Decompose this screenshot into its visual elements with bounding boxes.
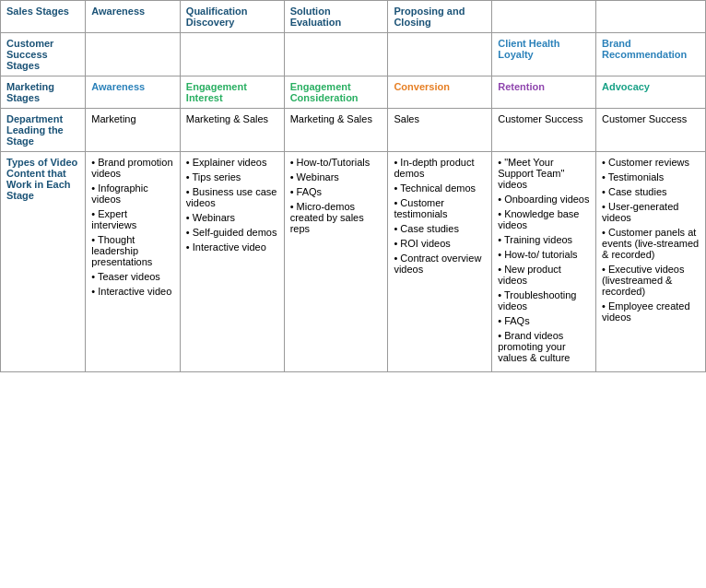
marketing-retention: Retention [492,76,596,109]
list-item: Brand promotion videos [91,157,174,179]
list-item: Interactive video [186,241,278,253]
list-item: Troubleshooting videos [498,289,590,312]
list-item: Thought leadership presentations [91,234,174,267]
list-item: Employee created videos [602,300,700,323]
video-qualification: Explainer videosTips seriesBusiness use … [180,152,284,372]
video-awareness-list: Brand promotion videosInfographic videos… [91,157,174,297]
list-item: Customer panels at events (live-streamed… [602,227,700,260]
department-solution: Marketing & Sales [284,109,388,152]
list-item: Customer reviews [602,157,700,168]
list-item: Case studies [602,186,700,197]
list-item: Expert interviews [91,208,174,230]
list-item: Executive videos (livestreamed & recorde… [602,264,700,297]
list-item: How-to/ tutorials [498,249,590,260]
header-qualification: Qualification Discovery [180,1,284,33]
header-brand [596,1,706,33]
list-item: Case studies [394,223,486,234]
marketing-proposing: Conversion [388,76,492,109]
marketing-solution: Engagement Consideration [284,76,388,109]
customer-success-qualification [180,33,284,76]
customer-success-solution [284,33,388,76]
video-brand: Customer reviewsTestimonialsCase studies… [596,152,706,372]
list-item: Micro-demos created by sales reps [290,201,382,234]
list-item: Onboarding videos [498,194,590,205]
marketing-qualification: Engagement Interest [180,76,284,109]
video-qualification-list: Explainer videosTips seriesBusiness use … [186,157,278,253]
list-item: Contract overview videos [394,253,486,275]
list-item: Self-guided demos [186,227,278,238]
video-brand-list: Customer reviewsTestimonialsCase studies… [602,157,700,323]
list-item: Knowledge base videos [498,208,590,230]
list-item: Customer testimonials [394,197,486,219]
customer-success-proposing [388,33,492,76]
customer-success-awareness [86,33,181,76]
list-item: Training videos [498,234,590,245]
list-item: Webinars [186,212,278,223]
header-solution: Solution Evaluation [284,1,388,33]
list-item: User-generated videos [602,201,700,223]
department-awareness: Marketing [86,109,181,152]
customer-success-client-health: Client Health Loyalty [492,33,596,76]
list-item: FAQs [290,186,382,197]
video-awareness: Brand promotion videosInfographic videos… [86,152,181,372]
video-proposing-list: In-depth product demosTechnical demosCus… [394,157,486,275]
customer-success-brand: Brand Recommendation [596,33,706,76]
department-qualification: Marketing & Sales [180,109,284,152]
list-item: Brand videos promoting your values & cul… [498,330,590,363]
row-video-label: Types of Video Content that Work in Each… [1,152,86,372]
list-item: Infographic videos [91,182,174,205]
list-item: In-depth product demos [394,157,486,179]
list-item: Webinars [290,171,382,182]
row-customer-success-label: Customer Success Stages [1,33,86,76]
list-item: FAQs [498,315,590,326]
header-proposing: Proposing and Closing [388,1,492,33]
header-sales-stages: Sales Stages [1,1,86,33]
list-item: Teaser videos [91,271,174,282]
list-item: "Meet Your Support Team" videos [498,157,590,190]
header-awareness: Awareness [86,1,181,33]
list-item: ROI videos [394,238,486,249]
video-solution: How-to/TutorialsWebinarsFAQsMicro-demos … [284,152,388,372]
header-client-health [492,1,596,33]
list-item: Testimonials [602,171,700,182]
video-client-health-list: "Meet Your Support Team" videosOnboardin… [498,157,590,363]
list-item: How-to/Tutorials [290,157,382,168]
main-table-wrapper: Sales Stages Awareness Qualification Dis… [0,0,706,372]
list-item: Technical demos [394,182,486,194]
video-solution-list: How-to/TutorialsWebinarsFAQsMicro-demos … [290,157,382,234]
marketing-awareness: Awareness [86,76,181,109]
marketing-advocacy: Advocacy [596,76,706,109]
video-client-health: "Meet Your Support Team" videosOnboardin… [492,152,596,372]
content-table: Sales Stages Awareness Qualification Dis… [0,0,706,372]
list-item: Business use case videos [186,186,278,208]
list-item: Explainer videos [186,157,278,168]
list-item: New product videos [498,264,590,286]
department-brand: Customer Success [596,109,706,152]
list-item: Interactive video [91,286,174,297]
row-department-label: Department Leading the Stage [1,109,86,152]
row-marketing-label: Marketing Stages [1,76,86,109]
list-item: Tips series [186,171,278,182]
video-proposing: In-depth product demosTechnical demosCus… [388,152,492,372]
department-client-health: Customer Success [492,109,596,152]
department-proposing: Sales [388,109,492,152]
